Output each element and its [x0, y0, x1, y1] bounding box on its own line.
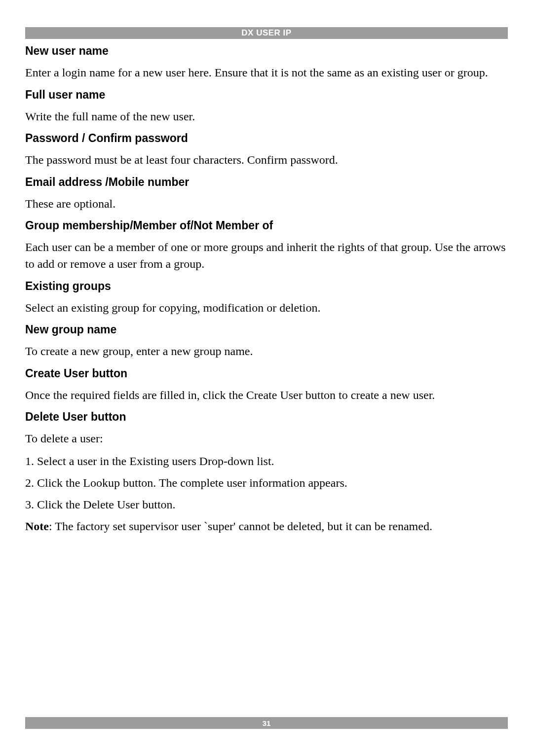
body-group-membership: Each user can be a member of one or more… — [25, 239, 508, 272]
note-body: : The factory set supervisor user `super… — [49, 520, 432, 533]
body-existing-groups: Select an existing group for copying, mo… — [25, 300, 508, 317]
body-create-user: Once the required fields are filled in, … — [25, 387, 508, 404]
heading-new-user-name: New user name — [25, 44, 508, 58]
heading-full-user-name: Full user name — [25, 88, 508, 102]
delete-user-step-2: 2. Click the Lookup button. The complete… — [25, 474, 508, 492]
heading-group-membership: Group membership/Member of/Not Member of — [25, 219, 508, 232]
heading-email: Email address /Mobile number — [25, 176, 508, 189]
header-title: DX USER IP — [241, 28, 291, 38]
document-content: New user name Enter a login name for a n… — [25, 44, 508, 535]
body-password: The password must be at least four chara… — [25, 152, 508, 169]
footer-bar: 31 — [25, 717, 508, 729]
body-email: These are optional. — [25, 196, 508, 213]
delete-user-step-1: 1. Select a user in the Existing users D… — [25, 452, 508, 470]
page-number: 31 — [263, 719, 271, 727]
delete-user-step-3: 3. Click the Delete User button. — [25, 496, 508, 513]
heading-create-user: Create User button — [25, 367, 508, 380]
heading-existing-groups: Existing groups — [25, 280, 508, 293]
delete-user-note: Note: The factory set supervisor user `s… — [25, 518, 508, 535]
note-label: Note — [25, 520, 49, 533]
heading-new-group-name: New group name — [25, 323, 508, 336]
header-bar: DX USER IP — [25, 27, 508, 39]
body-full-user-name: Write the full name of the new user. — [25, 108, 508, 125]
heading-password: Password / Confirm password — [25, 132, 508, 145]
body-new-user-name: Enter a login name for a new user here. … — [25, 65, 508, 81]
heading-delete-user: Delete User button — [25, 410, 508, 424]
body-new-group-name: To create a new group, enter a new group… — [25, 343, 508, 360]
body-delete-user-intro: To delete a user: — [25, 431, 508, 447]
